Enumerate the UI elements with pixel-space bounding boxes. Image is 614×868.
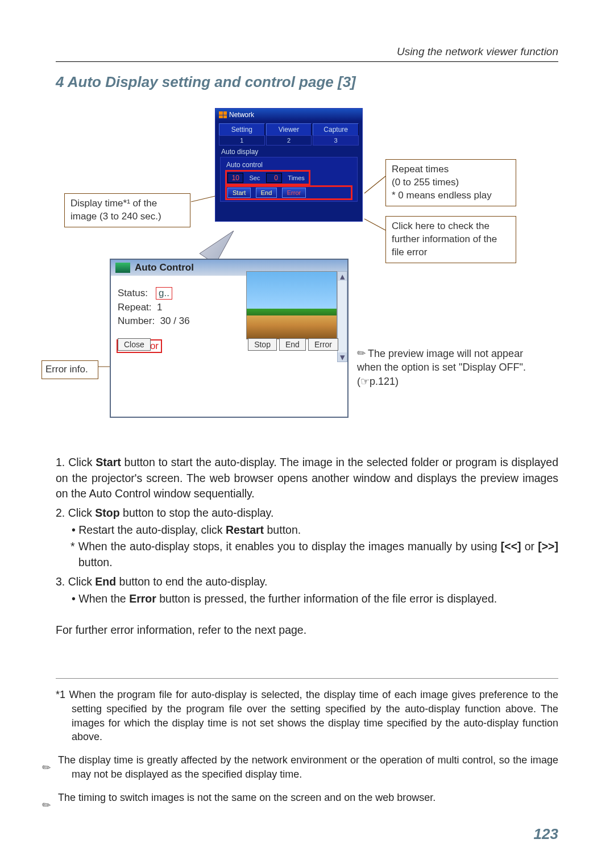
step-1: 1. Click Start button to start the auto-… [56,455,558,502]
network-title-text: Network [229,111,254,119]
footnote-divider [56,678,558,679]
svg-line-0 [364,176,385,193]
subtab-2[interactable]: 2 [266,135,312,146]
callout-error-click: Click here to check the further informat… [385,216,516,263]
picture-icon [115,263,130,273]
svg-line-1 [364,219,385,230]
times-label: Times [288,175,305,181]
auto-control-title-text: Auto Control [135,262,194,273]
repeat-times-field[interactable]: 0 [266,173,282,183]
step-2-note: * When the auto-display stops, it enable… [56,539,558,570]
auto-control-window: Auto Control ▴ ▾ Status: g.. Repeat: 1 N… [110,259,349,418]
status-value: g.. [156,287,172,300]
network-window: Network Setting Viewer Capture 1 2 3 Aut… [215,108,363,222]
page-number: 123 [534,825,558,843]
step-3: 3. Click End button to end the auto-disp… [56,574,558,607]
status-label: Status: [118,288,148,298]
preview-note: ✎The preview image will not appear when … [357,347,528,388]
figure-area: Network Setting Viewer Capture 1 2 3 Aut… [50,108,558,438]
footnote-3: ✎The timing to switch images is not the … [56,791,558,805]
tab-setting[interactable]: Setting [219,123,265,135]
tab-capture[interactable]: Capture [313,123,359,135]
footnotes: *1 When the program file for auto-displa… [56,688,558,805]
further-info-para: For further error information, refer to … [56,622,558,638]
footnote-1: *1 When the program file for auto-displa… [56,688,558,744]
preview-image [246,271,337,339]
network-titlebar: Network [215,109,362,121]
callout-error-info: Error info. [42,360,98,379]
section-title: 4 Auto Display setting and control page … [56,73,558,91]
number-label: Number: [118,315,155,326]
close-button[interactable]: Close [118,338,151,351]
auto-control-group: Auto control 10 Sec 0 Times Start End Er… [220,157,358,202]
subtab-1[interactable]: 1 [219,135,265,146]
scroll-down-icon[interactable]: ▾ [338,352,347,362]
end-button[interactable]: End [279,338,306,351]
step-3-bullet: • When the Error button is pressed, the … [56,591,558,607]
repeat-label: Repeat: [118,302,152,313]
display-time-field[interactable]: 10 [227,173,243,183]
tab-viewer[interactable]: Viewer [266,123,312,135]
subtab-3[interactable]: 3 [313,135,359,146]
callout-display-time: Display time*¹ of the image (3 to 240 se… [64,193,190,227]
step-2-bullet: • Restart the auto-display, click Restar… [56,522,558,538]
footnote-2: ✎The display time is greatly affected by… [56,753,558,782]
auto-control-label: Auto control [226,160,351,171]
error-button-top[interactable]: Error [282,188,306,198]
callout-repeat: Repeat times (0 to 255 times) * 0 means … [385,159,516,206]
sec-label: Sec [249,175,260,181]
repeat-value: 1 [157,302,162,313]
auto-display-label: Auto display [215,146,362,157]
number-value: 30 / 36 [160,315,190,326]
pencil-icon: ✎ [354,346,369,362]
instruction-list: 1. Click Start button to start the auto-… [56,455,558,638]
error-button[interactable]: Error [308,338,338,351]
start-button[interactable]: Start [227,188,251,198]
header-breadcrumb: Using the network viewer function [56,45,558,62]
end-button-top[interactable]: End [256,188,277,198]
network-subtabs: 1 2 3 [215,135,362,146]
network-main-tabs: Setting Viewer Capture [215,121,362,135]
network-grid-icon [219,111,227,118]
stop-button[interactable]: Stop [248,338,277,351]
step-2: 2. Click Stop button to stop the auto-di… [56,505,558,571]
scroll-up-icon[interactable]: ▴ [338,272,347,281]
